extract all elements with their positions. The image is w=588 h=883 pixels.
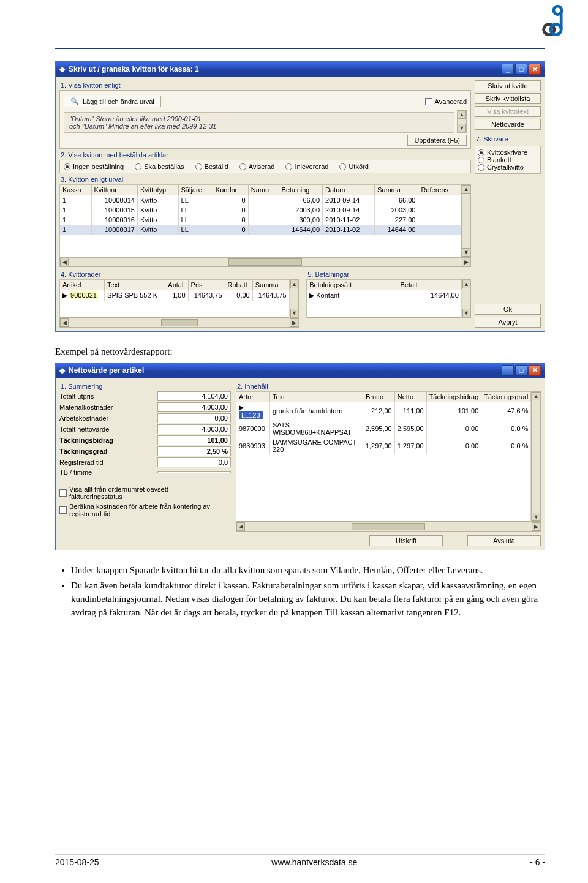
inn-scrollbar[interactable]: ▲▼: [531, 391, 541, 522]
radio-ska-bestallas[interactable]: Ska beställas: [135, 163, 184, 170]
radio-aviserad[interactable]: Aviserad: [239, 163, 275, 170]
window-icon: ◆: [59, 366, 65, 375]
kvitton-table[interactable]: Kassa Kvittonr Kvittotyp Säljare Kundnr …: [59, 184, 461, 257]
urval-button[interactable]: 🔍 Lägg till och ändra urval: [64, 96, 161, 107]
criteria-box: "Datum" Större än eller lika med 2000-01…: [64, 112, 454, 133]
bet-scrollbar[interactable]: ▲▼: [462, 279, 471, 318]
innehall-table[interactable]: ArtnrTextBruttoNettoTäckningsbidragTäckn…: [236, 391, 531, 522]
section4-label: 4. Kvittorader: [61, 271, 299, 278]
avbryt-button[interactable]: Avbryt: [475, 317, 541, 328]
kvitton-hscroll[interactable]: ◀▶: [59, 257, 471, 267]
window-icon: ◆: [59, 65, 65, 73]
search-icon: 🔍: [70, 97, 79, 105]
radio-blankett[interactable]: Blankett: [478, 156, 538, 163]
rader-scrollbar[interactable]: ▲▼: [290, 279, 299, 318]
betalningar-table[interactable]: BetalningssättBetalt ▶ Kontant14644,00: [306, 279, 462, 318]
table-row: 110000016KvittoLL0300,002010-11-02227,00: [60, 215, 461, 225]
uppdatera-button[interactable]: Uppdatera (F5): [407, 135, 467, 146]
orderstatus-group: Ingen beställning Ska beställas Beställd…: [59, 160, 471, 173]
window-title: Skriv ut / granska kvitton för kassa: 1: [69, 65, 199, 73]
table-row: ▶ 9000321SPIS SPB 552 K1,0014643,750,001…: [60, 290, 290, 301]
avancerad-checkbox[interactable]: Avancerad: [425, 98, 467, 105]
bullet-item: Du kan även betala kundfakturor direkt i…: [71, 579, 545, 619]
radio-ingen-bestallning[interactable]: Ingen beställning: [64, 163, 124, 170]
bullet-item: Under knappen Sparade kvitton hittar du …: [71, 564, 545, 577]
kvitton-scrollbar[interactable]: ▲▼: [461, 184, 471, 257]
criteria-scrollbar[interactable]: ▲▼: [457, 110, 467, 133]
caption-nettovarde: Exempel på nettovärdesrapport:: [55, 345, 545, 359]
footer-date: 2015-08-25: [55, 857, 99, 867]
close-button[interactable]: ✕: [529, 64, 541, 75]
summering-label: 1. Summering: [61, 383, 231, 390]
table-row: ▶ Kontant14644,00: [307, 290, 462, 301]
close-button[interactable]: ✕: [529, 365, 541, 376]
ok-button[interactable]: Ok: [475, 304, 541, 315]
side-buttons: Skriv ut kvitto Skriv kvittolista Visa k…: [475, 80, 541, 328]
table-row: 9830903DAMMSUGARE COMPACT 2201,297,001,2…: [236, 437, 531, 454]
window-kvitton: ◆ Skriv ut / granska kvitton för kassa: …: [55, 61, 545, 332]
skrivare-label: 7. Skrivare: [476, 135, 541, 143]
minimize-button[interactable]: _: [502, 64, 514, 75]
footer-page: - 6 -: [530, 857, 545, 867]
skriv-ut-kvitto-button[interactable]: Skriv ut kvitto: [475, 80, 541, 91]
body-text: Under knappen Sparade kvitton hittar du …: [55, 564, 545, 619]
inn-hscroll[interactable]: ◀▶: [236, 522, 541, 532]
rader-table[interactable]: ArtikelTextAntalPrisRabattSumma ▶ 900032…: [59, 279, 290, 318]
section3-label: 3. Kvitton enligt urval: [61, 176, 471, 183]
minimize-button[interactable]: _: [502, 365, 514, 376]
avsluta-button[interactable]: Avsluta: [467, 535, 541, 546]
table-row: 110000014KvittoLL066,002010-09-1466,00: [60, 195, 461, 206]
radio-utkord[interactable]: Utkörd: [339, 163, 368, 170]
section5-label: 5. Betalningar: [307, 271, 471, 278]
footer: 2015-08-25 www.hantverksdata.se - 6 -: [55, 854, 545, 867]
table-row: 9870000SATS WISDOM868+KNAPPSAT2,595,002,…: [236, 420, 531, 437]
radio-bestalld[interactable]: Beställd: [195, 163, 228, 170]
radio-crystalkvitto[interactable]: Crystalkvitto: [478, 163, 538, 171]
titlebar-nv[interactable]: ◆ Nettovärde per artikel _ □ ✕: [56, 363, 545, 378]
section1-label: 1. Visa kvitton enligt: [61, 81, 471, 89]
innehall-label: 2. Innehåll: [237, 383, 541, 390]
table-row: 110000015KvittoLL02003,002010-09-142003,…: [60, 205, 461, 215]
maximize-button[interactable]: □: [515, 64, 527, 75]
skriv-kvittolista-button[interactable]: Skriv kvittolista: [475, 93, 541, 104]
utskrift-button[interactable]: Utskrift: [369, 535, 443, 546]
radio-kvittoskrivare[interactable]: Kvittoskrivare: [478, 149, 538, 156]
table-row: ▶ LL123grunka från handdatorn212,00111,0…: [236, 402, 531, 420]
titlebar[interactable]: ◆ Skriv ut / granska kvitton för kassa: …: [56, 62, 545, 77]
section2-label: 2. Visa kvitton med beställda artiklar: [61, 151, 471, 159]
rader-hscroll[interactable]: ◀▶: [59, 318, 299, 328]
window-nettovarde: ◆ Nettovärde per artikel _ □ ✕ 1. Summer…: [55, 363, 545, 551]
window-title-nv: Nettovärde per artikel: [69, 366, 144, 375]
visa-kvittotext-button: Visa kvittotext: [475, 106, 541, 117]
header-rule: [55, 48, 545, 49]
chk-berakna-kostnad[interactable]: Beräkna kostnaden för arbete från konter…: [59, 503, 231, 517]
logo: [540, 5, 564, 37]
table-row: 110000017KvittoLL014644,002010-11-021464…: [60, 225, 461, 235]
footer-url: www.hantverksdata.se: [271, 857, 357, 867]
maximize-button[interactable]: □: [515, 365, 527, 376]
nettovarde-button[interactable]: Nettovärde: [475, 119, 541, 130]
radio-inlevererad[interactable]: Inlevererad: [285, 163, 328, 170]
chk-visa-allt[interactable]: Visa allt från ordernumret oavsett faktu…: [59, 486, 231, 500]
